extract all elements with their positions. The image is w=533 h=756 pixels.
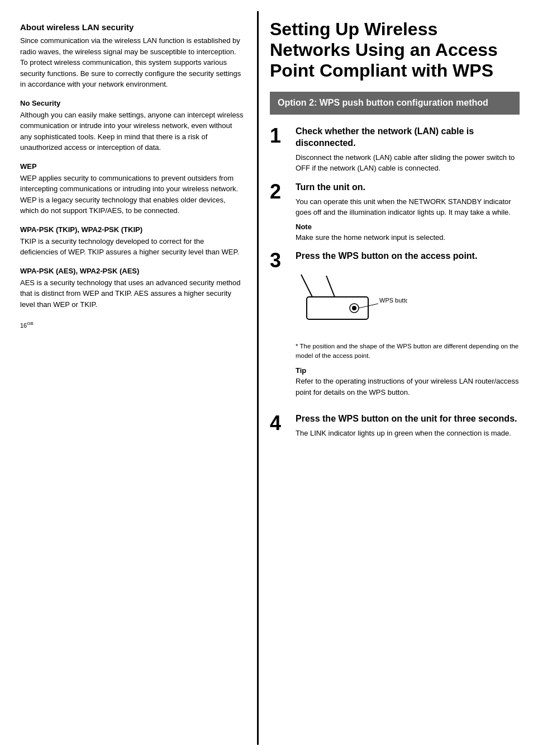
step-2-number: 2 xyxy=(270,182,290,202)
step-4-heading: Press the WPS button on the unit for thr… xyxy=(296,413,520,425)
about-wireless-body: Since communication via the wireless LAN… xyxy=(20,35,244,90)
step-1-content: Check whether the network (LAN) cable is… xyxy=(296,126,520,174)
step-3-heading: Press the WPS button on the access point… xyxy=(296,251,520,262)
svg-point-4 xyxy=(352,306,356,310)
step-2-content: Turn the unit on. You can operate this u… xyxy=(296,182,520,243)
main-title: Setting Up Wireless Networks Using an Ac… xyxy=(270,19,520,81)
wpa-tkip-body: TKIP is a security technology developed … xyxy=(20,236,244,258)
step-3: 3 Press the WPS button on the access poi… xyxy=(270,251,520,405)
step-3-number: 3 xyxy=(270,251,290,271)
step-1: 1 Check whether the network (LAN) cable … xyxy=(270,126,520,174)
right-column: Setting Up Wireless Networks Using an Ac… xyxy=(257,11,533,745)
no-security-section: No Security Although you can easily make… xyxy=(20,99,244,153)
about-wireless-section: About wireless LAN security Since commun… xyxy=(20,22,244,90)
page-number: 16GB xyxy=(20,321,244,329)
svg-line-2 xyxy=(326,276,335,297)
tip-body: Refer to the operating instructions of y… xyxy=(296,376,520,398)
wep-section: WEP WEP applies security to communicatio… xyxy=(20,162,244,216)
no-security-title: No Security xyxy=(20,99,244,107)
tip-title: Tip xyxy=(296,366,520,375)
step-2-note-title: Note xyxy=(296,223,520,231)
no-security-body: Although you can easily make settings, a… xyxy=(20,110,244,153)
step-2: 2 Turn the unit on. You can operate this… xyxy=(270,182,520,243)
option-box: Option 2: WPS push button configuration … xyxy=(270,92,520,115)
svg-text:WPS button*: WPS button* xyxy=(379,297,407,304)
option-box-title: Option 2: WPS push button configuration … xyxy=(278,97,512,109)
step-3-footnote: * The position and the shape of the WPS … xyxy=(296,342,520,361)
step-4: 4 Press the WPS button on the unit for t… xyxy=(270,413,520,438)
step-4-content: Press the WPS button on the unit for thr… xyxy=(296,413,520,438)
step-3-content: Press the WPS button on the access point… xyxy=(296,251,520,405)
wpa-aes-title: WPA-PSK (AES), WPA2-PSK (AES) xyxy=(20,267,244,275)
step-1-number: 1 xyxy=(270,126,290,146)
step-1-heading: Check whether the network (LAN) cable is… xyxy=(296,126,520,149)
about-wireless-title: About wireless LAN security xyxy=(20,22,244,32)
wpa-tkip-section: WPA-PSK (TKIP), WPA2-PSK (TKIP) TKIP is … xyxy=(20,225,244,258)
step-1-body: Disconnect the network (LAN) cable after… xyxy=(296,152,520,174)
wps-device-svg: WPS button* xyxy=(296,269,407,330)
step-4-body: The LINK indicator lights up in green wh… xyxy=(296,428,520,439)
step-2-body: You can operate this unit when the NETWO… xyxy=(296,196,520,218)
step-4-number: 4 xyxy=(270,413,290,433)
step-2-note-body: Make sure the home network input is sele… xyxy=(296,232,520,243)
wps-illustration: WPS button* xyxy=(296,269,520,336)
svg-line-1 xyxy=(301,275,312,297)
left-column: About wireless LAN security Since commun… xyxy=(0,11,257,745)
wpa-aes-body: AES is a security technology that uses a… xyxy=(20,277,244,310)
wep-title: WEP xyxy=(20,162,244,171)
step-2-heading: Turn the unit on. xyxy=(296,182,520,193)
wep-body: WEP applies security to communications t… xyxy=(20,173,244,216)
wpa-aes-section: WPA-PSK (AES), WPA2-PSK (AES) AES is a s… xyxy=(20,267,244,310)
wpa-tkip-title: WPA-PSK (TKIP), WPA2-PSK (TKIP) xyxy=(20,225,244,234)
